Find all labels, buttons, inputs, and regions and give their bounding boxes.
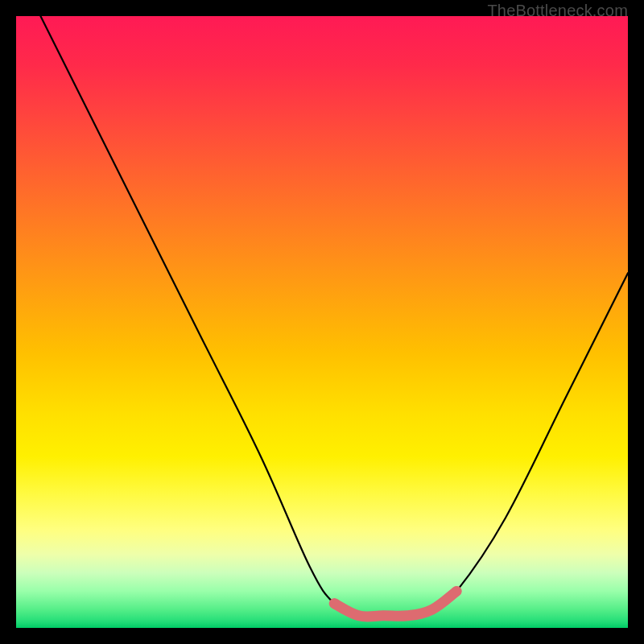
chart-container: TheBottleneck.com xyxy=(0,0,644,644)
curve-svg xyxy=(16,16,628,628)
watermark-text: TheBottleneck.com xyxy=(487,2,628,20)
plot-area xyxy=(16,16,628,628)
highlight-band xyxy=(334,591,456,617)
bottleneck-curve-line xyxy=(40,16,628,617)
